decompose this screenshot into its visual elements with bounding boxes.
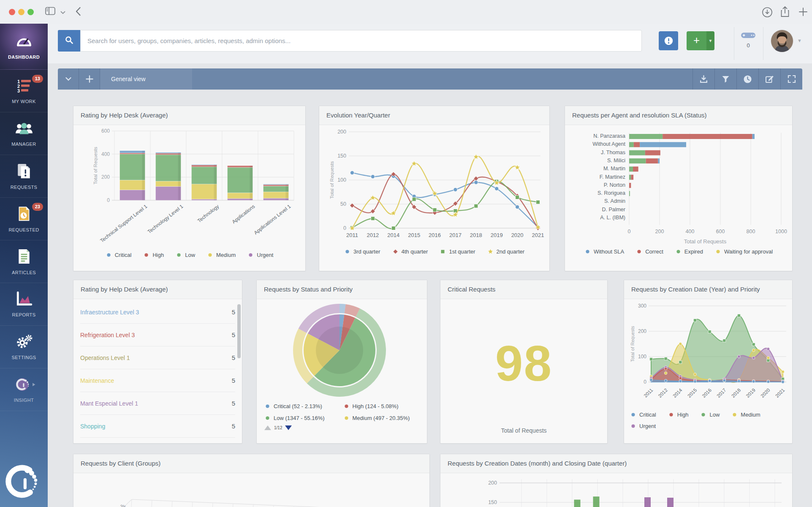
panel-requests-per-agent: Requests per Agent and resolution SLA (S… [565, 106, 793, 271]
window-close-button[interactable] [9, 9, 15, 15]
sidebar-item-manager[interactable]: MANAGER [0, 112, 48, 155]
svg-text:2018: 2018 [470, 232, 482, 238]
user-avatar[interactable] [771, 30, 793, 52]
svg-text:150: 150 [488, 499, 497, 505]
reports-icon [16, 292, 33, 308]
legend-page-label: 1/12 [274, 425, 282, 430]
helpdesk-link[interactable]: Operations Level 1 [80, 354, 130, 361]
svg-text:2015: 2015 [408, 232, 420, 238]
panel-title: Critical Requests [448, 286, 495, 293]
history-button[interactable] [736, 68, 758, 90]
sidebar-item-reports[interactable]: REPORTS [0, 283, 48, 326]
insight-icon [12, 377, 36, 394]
search-input[interactable] [80, 30, 642, 52]
panel-evolution-year-quarter: Evolution Year/Quarter 050100150200Total… [319, 106, 550, 271]
sidebar-item-articles[interactable]: ARTICLES [0, 240, 48, 283]
app-sidebar: DASHBOARD123MY WORK13MANAGERREQUESTSREQU… [0, 24, 48, 507]
helpdesk-rating-value: 5 [232, 422, 235, 430]
legend-pager: 1/12 [257, 421, 427, 430]
sidebar-item-requested[interactable]: REQUESTED23 [0, 198, 48, 240]
bar [644, 497, 651, 507]
svg-text:400: 400 [686, 229, 695, 234]
legend-next-icon[interactable] [285, 425, 292, 430]
svg-text:Applications: Applications [231, 203, 256, 225]
fullscreen-icon [788, 75, 796, 83]
filter-button[interactable] [714, 68, 736, 90]
helpdesk-row: Shopping5 [80, 415, 235, 438]
sidebar-item-insight[interactable]: INSIGHT [0, 368, 48, 411]
helpdesk-link[interactable]: Refrigeration Level 3 [80, 332, 135, 338]
svg-text:Total of Requests: Total of Requests [684, 238, 727, 245]
panel-rating-by-helpdesk-list: Rating by Help Desk (Average) Infraestru… [73, 280, 242, 444]
sidebar-menu-chevron-icon[interactable] [60, 8, 66, 16]
panel-title: Requests per Agent and resolution SLA (S… [572, 112, 707, 119]
list-scrollbar[interactable] [237, 304, 241, 358]
svg-text:100: 100 [337, 177, 346, 183]
creation-area-chart: 0100200300Total of Requests2011201220142… [624, 299, 792, 410]
helpdesk-link[interactable]: Infraestructure Level 3 [80, 309, 139, 316]
svg-text:P. Norton: P. Norton [604, 182, 625, 188]
sidebar-item-label: MANAGER [11, 142, 36, 147]
svg-text:2016: 2016 [429, 232, 441, 238]
create-new-button[interactable]: + ▼ [687, 31, 714, 50]
search-button[interactable] [58, 30, 80, 52]
browser-downloads-icon[interactable] [761, 6, 774, 20]
bar [667, 498, 673, 507]
legend-item: High [668, 412, 689, 418]
legend-item: 4th quarter [392, 248, 428, 255]
critical-requests-value: 98 [440, 299, 607, 427]
browser-back-button[interactable] [74, 6, 82, 18]
window-minimize-button[interactable] [18, 9, 24, 15]
legend-prev-icon[interactable] [264, 425, 271, 430]
chevron-down-icon: ▼ [706, 31, 714, 50]
app-header: + ▼ 0 ▼ [48, 24, 812, 64]
svg-text:200: 200 [337, 129, 346, 135]
gamification-widget[interactable]: 0 [739, 30, 757, 49]
svg-text:200: 200 [101, 174, 110, 180]
legend-item: Expired [675, 248, 703, 255]
sidebar-item-requests[interactable]: REQUESTS [0, 155, 48, 198]
svg-text:200: 200 [655, 229, 664, 234]
browser-sidebar-toggle-icon[interactable] [44, 6, 56, 17]
legend-item: Urgent [630, 423, 656, 429]
fullscreen-button[interactable] [780, 68, 802, 90]
views-collapse-button[interactable] [58, 68, 79, 90]
helpdesk-link[interactable]: Mant Especial Level 1 [80, 400, 138, 407]
helpdesk-link[interactable]: Maintenance [80, 377, 114, 384]
sidebar-item-my-work[interactable]: 123MY WORK13 [0, 70, 48, 112]
window-zoom-button[interactable] [27, 9, 34, 15]
tab-general-view[interactable]: General view [100, 68, 192, 90]
svg-text:0: 0 [628, 229, 631, 234]
svg-text:2012: 2012 [367, 232, 379, 238]
plus-icon [85, 75, 94, 83]
user-menu-chevron-icon[interactable]: ▼ [797, 38, 802, 43]
svg-text:50: 50 [340, 201, 346, 207]
svg-text:400: 400 [101, 151, 110, 157]
browser-share-icon[interactable] [779, 5, 791, 20]
svg-text:S. Roriguea: S. Roriguea [597, 190, 625, 196]
help-button[interactable] [659, 31, 678, 50]
svg-text:2019: 2019 [745, 387, 756, 399]
dashboard-toolbar: General view [58, 68, 802, 90]
edit-dashboard-button[interactable] [758, 68, 780, 90]
svg-text:S. Milici: S. Milici [607, 158, 625, 164]
export-button[interactable] [693, 68, 714, 90]
browser-new-tab-icon[interactable] [797, 6, 809, 19]
helpdesk-link[interactable]: Shopping [80, 423, 105, 430]
helpdesk-rating-value: 5 [232, 308, 235, 316]
sidebar-item-dashboard[interactable]: DASHBOARD [0, 24, 48, 70]
status-priority-pie-chart [257, 299, 427, 400]
svg-text:A. L. (IBM): A. L. (IBM) [600, 215, 625, 221]
legend-item: Critical [106, 252, 132, 258]
svg-text:Without Agent: Without Agent [592, 141, 625, 147]
svg-text:2020: 2020 [511, 232, 524, 238]
svg-text:Technology: Technology [196, 203, 220, 224]
svg-text:100: 100 [638, 354, 646, 360]
browser-chrome [0, 0, 812, 24]
svg-text:2018: 2018 [731, 387, 742, 399]
add-view-button[interactable] [79, 68, 100, 90]
legend-item: Low [176, 252, 195, 258]
sidebar-item-settings[interactable]: SETTINGS [0, 326, 48, 368]
svg-text:2015: 2015 [687, 387, 698, 399]
panel-title: Evolution Year/Quarter [326, 112, 390, 119]
